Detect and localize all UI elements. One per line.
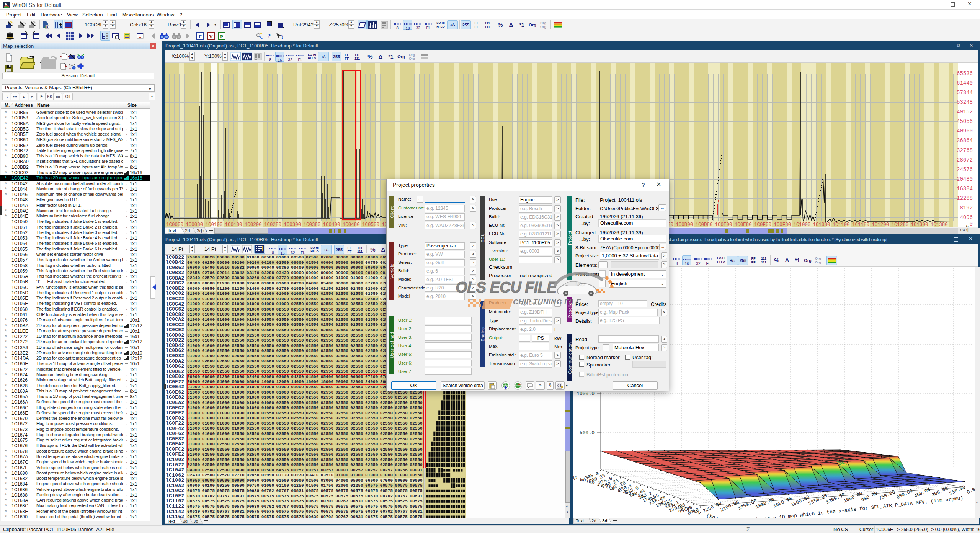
svg-text:900.00: 900.00 xyxy=(861,491,879,503)
svg-text:1000.0: 1000.0 xyxy=(577,391,595,397)
svg-text:CHIP TUNING FILE: CHIP TUNING FILE xyxy=(513,298,581,306)
svg-text:300.00: 300.00 xyxy=(931,486,949,498)
svg-text:450.00: 450.00 xyxy=(913,487,931,499)
svg-text:2d: 2d xyxy=(591,518,596,523)
svg-text:750.00: 750.00 xyxy=(878,489,896,502)
svg-text:1950.00: 1950.00 xyxy=(737,498,758,512)
svg-text:1350.00: 1350.00 xyxy=(808,493,828,507)
svg-text:3d: 3d xyxy=(602,518,607,523)
svg-text:Text: Text xyxy=(576,518,584,523)
svg-text:500.0: 500.0 xyxy=(580,430,595,436)
svg-text:OLS ECU FILE: OLS ECU FILE xyxy=(456,279,557,296)
svg-text:1800.00: 1800.00 xyxy=(755,497,776,510)
svg-text:600.00: 600.00 xyxy=(896,488,914,500)
